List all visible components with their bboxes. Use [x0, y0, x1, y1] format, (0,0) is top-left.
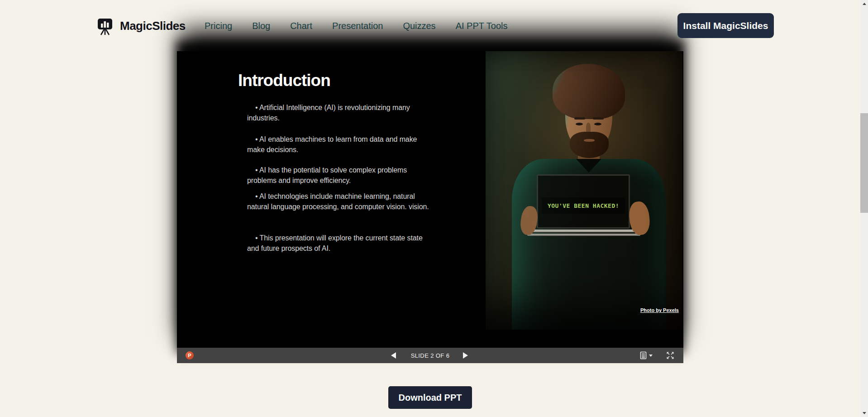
hacked-message-bar: YOU'VE BEEN HACKED!: [542, 197, 625, 214]
person-eye: [576, 123, 583, 125]
chevron-down-icon: [649, 355, 653, 357]
scrollbar-thumb[interactable]: [860, 113, 868, 213]
person-eye: [594, 123, 601, 125]
page-scrollbar[interactable]: [860, 0, 868, 417]
expand-icon: [666, 351, 674, 359]
next-slide-button[interactable]: [463, 352, 469, 359]
slide-list-icon: [640, 351, 647, 359]
nav-quizzes[interactable]: Quizzes: [403, 21, 435, 31]
slide-bullet: AI enables machines to learn from data a…: [247, 134, 434, 155]
person-hair: [553, 64, 625, 119]
laptop-base: [527, 234, 640, 236]
slide-bullet: This presentation will explore the curre…: [247, 233, 434, 254]
slide-menu-button[interactable]: [640, 351, 653, 359]
page: MagicSlides Pricing Blog Chart Presentat…: [0, 0, 868, 417]
site-header: MagicSlides Pricing Blog Chart Presentat…: [0, 0, 860, 52]
nav-chart[interactable]: Chart: [290, 21, 312, 31]
nav-presentation[interactable]: Presentation: [332, 21, 383, 31]
nav-ai-ppt-tools[interactable]: AI PPT Tools: [456, 21, 508, 31]
slide-photo-hacker: YOU'VE BEEN HACKED! Photo by Pexels: [486, 51, 682, 330]
brand-name: MagicSlides: [120, 19, 186, 33]
hacked-message: YOU'VE BEEN HACKED!: [548, 202, 619, 209]
slide-text-block: Introduction Artificial Intelligence (AI…: [238, 71, 439, 254]
magicslides-logo-icon: [96, 17, 115, 36]
slide-status: SLIDE 2 OF 6: [411, 352, 450, 359]
brand-logo[interactable]: MagicSlides: [96, 0, 186, 52]
fullscreen-button[interactable]: [666, 351, 674, 359]
person-eyebrow: [574, 117, 585, 120]
prev-slide-button[interactable]: [391, 352, 397, 359]
laptop-screen: YOU'VE BEEN HACKED!: [537, 174, 630, 229]
up-triangle-icon: [863, 3, 866, 5]
photo-credit-link[interactable]: Photo by Pexels: [640, 307, 679, 313]
scroll-down-arrow[interactable]: [860, 409, 868, 417]
down-triangle-icon: [863, 412, 866, 414]
nav-blog[interactable]: Blog: [252, 21, 270, 31]
right-arrow-icon: [463, 352, 468, 359]
install-magicslides-button[interactable]: Install MagicSlides: [677, 13, 774, 38]
main-nav: Pricing Blog Chart Presentation Quizzes …: [205, 0, 508, 52]
slide-title: Introduction: [238, 71, 439, 90]
scroll-up-arrow[interactable]: [860, 0, 868, 8]
left-arrow-icon: [391, 352, 396, 359]
slide-nav-group: SLIDE 2 OF 6: [177, 348, 683, 363]
person-eyebrow: [593, 117, 604, 120]
nav-pricing[interactable]: Pricing: [205, 21, 232, 31]
person-beard: [570, 132, 609, 158]
slide-bullet: Artificial Intelligence (AI) is revoluti…: [247, 102, 434, 123]
download-ppt-button[interactable]: Download PPT: [388, 386, 472, 409]
person-mouth: [584, 139, 595, 142]
slide-player: Introduction Artificial Intelligence (AI…: [177, 51, 683, 363]
player-tools: [640, 348, 674, 363]
slide-bullet: AI technologies include machine learning…: [247, 191, 434, 212]
laptop-base: [531, 230, 637, 232]
slide-bullet: AI has the potential to solve complex pr…: [247, 165, 434, 186]
slide-canvas: Introduction Artificial Intelligence (AI…: [177, 51, 683, 348]
player-controls: P SLIDE 2 OF 6: [177, 348, 683, 363]
